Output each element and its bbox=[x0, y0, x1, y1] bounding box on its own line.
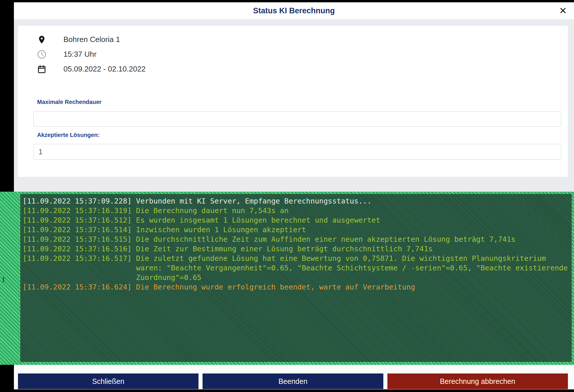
log-line: [11.09.2022 15:37:09.228] Verbunden mit … bbox=[23, 196, 569, 206]
date-range-text: 05.09.2022 - 02.10.2022 bbox=[63, 65, 145, 74]
button-row: Schließen Beenden Berechnung abbrechen bbox=[18, 373, 568, 389]
finish-button[interactable]: Beenden bbox=[203, 373, 383, 389]
info-rows: Bohren Celoria 1 15:37 Uhr bbox=[18, 32, 568, 76]
max-duration-label: Maximale Rechendauer bbox=[37, 99, 101, 105]
log-line: [11.09.2022 15:37:16.319] Die Berechnung… bbox=[23, 206, 569, 215]
console-log[interactable]: [11.09.2022 15:37:09.228] Verbunden mit … bbox=[20, 194, 572, 362]
status-dialog: Status KI Berechnung ✕ Bohren Celoria 1 bbox=[0, 0, 574, 392]
accepted-solutions-label: Akzeptierte Lösungen: bbox=[37, 132, 100, 138]
max-duration-input[interactable] bbox=[33, 111, 561, 127]
location-text: Bohren Celoria 1 bbox=[63, 35, 120, 44]
log-line: waren: "Beachte Vergangenheit"=0.65, "Be… bbox=[23, 263, 569, 273]
console-edge-artifact: 1 bbox=[1, 276, 6, 283]
log-line: [11.09.2022 15:37:16.512] Es wurden insg… bbox=[23, 215, 569, 225]
clock-icon bbox=[36, 50, 47, 59]
cancel-calculation-button[interactable]: Berechnung abbrechen bbox=[387, 373, 568, 389]
accepted-solutions-input[interactable] bbox=[33, 144, 561, 160]
close-dialog-button[interactable]: Schließen bbox=[18, 373, 198, 389]
log-line: [11.09.2022 15:37:16.517] Die zuletzt ge… bbox=[23, 254, 569, 263]
time-text: 15:37 Uhr bbox=[63, 50, 96, 59]
time-row: 15:37 Uhr bbox=[18, 47, 568, 62]
title-bar: Status KI Berechnung ✕ bbox=[14, 2, 574, 19]
location-pin-icon bbox=[36, 35, 47, 44]
info-card: Bohren Celoria 1 15:37 Uhr bbox=[18, 26, 568, 177]
page-title: Status KI Berechnung bbox=[14, 2, 574, 19]
close-button[interactable]: ✕ bbox=[557, 2, 569, 19]
log-line: Zuordnung"=0.65 bbox=[23, 273, 569, 282]
location-row: Bohren Celoria 1 bbox=[18, 32, 568, 47]
dialog-body: Bohren Celoria 1 15:37 Uhr bbox=[14, 19, 574, 192]
log-line: [11.09.2022 15:37:16.514] Inzwischen wur… bbox=[23, 225, 569, 235]
close-icon: ✕ bbox=[559, 5, 567, 16]
log-line: [11.09.2022 15:37:16.624] Die Berechnung… bbox=[23, 282, 569, 292]
console-frame: 1 [11.09.2022 15:37:09.228] Verbunden mi… bbox=[0, 192, 574, 365]
log-line: [11.09.2022 15:37:16.516] Die Zeit zur B… bbox=[23, 244, 569, 254]
log-line: [11.09.2022 15:37:16.515] Die durchschni… bbox=[23, 235, 569, 244]
date-row: 05.09.2022 - 02.10.2022 bbox=[18, 62, 568, 76]
calendar-icon bbox=[36, 65, 47, 74]
console-panel: [11.09.2022 15:37:09.228] Verbunden mit … bbox=[20, 194, 572, 362]
